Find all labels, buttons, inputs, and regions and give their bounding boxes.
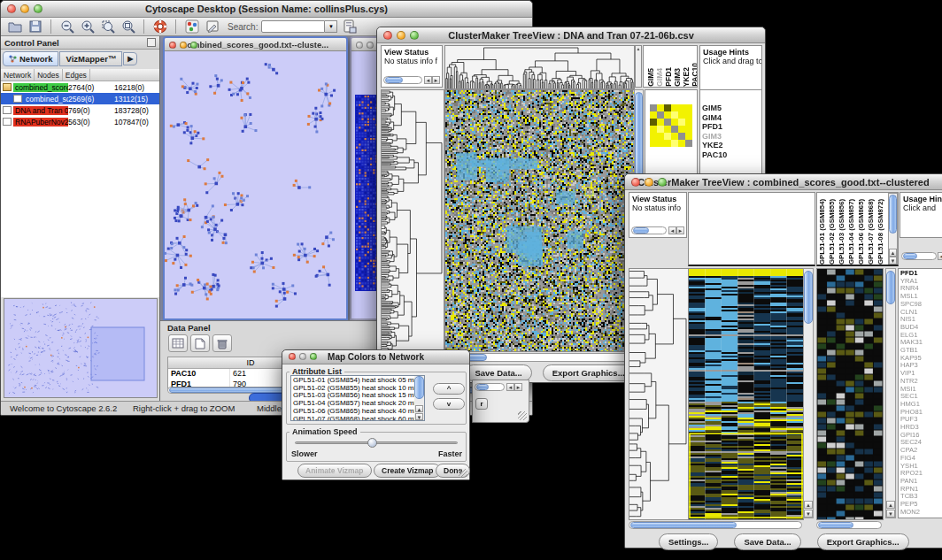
list-vscrollbar[interactable]: ▲ ▼	[414, 376, 424, 420]
scroll-right-arrow[interactable]: ►	[432, 76, 440, 84]
minimize-button[interactable]	[645, 178, 653, 187]
network-list-column-header[interactable]: Nodes	[35, 69, 63, 81]
zoom-button[interactable]	[410, 31, 419, 40]
network-row[interactable]: combined_scores 2764(0) 16218(0)	[1, 81, 159, 93]
animate-vizmap-button[interactable]: Animate Vizmap	[297, 464, 372, 478]
up-arrow-icon[interactable]: ▲	[636, 46, 641, 51]
minimize-button[interactable]	[367, 42, 374, 49]
zoom-button[interactable]	[658, 178, 667, 187]
minimize-button[interactable]	[299, 353, 306, 360]
scrollbar-thumb[interactable]	[903, 253, 917, 259]
array-column-label[interactable]: GIM4	[655, 68, 663, 87]
scroll-down-arrow[interactable]: ▼	[804, 510, 813, 518]
network-view-canvas[interactable]	[165, 51, 346, 318]
scrollbar-thumb[interactable]	[385, 77, 403, 83]
row-dendrogram-canvas[interactable]	[381, 89, 444, 352]
scroll-right-arrow[interactable]: ►	[514, 383, 522, 391]
scroll-up-arrow[interactable]: ▲	[415, 405, 423, 412]
save-icon[interactable]	[27, 19, 43, 35]
fragment-hscrollbar[interactable]	[475, 383, 505, 391]
zoom-fit-icon[interactable]	[120, 19, 136, 35]
dialog-titlebar[interactable]: Map Colors to Network	[282, 350, 469, 364]
treeview-titlebar[interactable]: ClusterMaker TreeView : DNA and Tran 07-…	[377, 27, 765, 43]
array-column-label[interactable]: GPL51-02 (GSM855)	[828, 192, 838, 265]
scroll-up-arrow[interactable]: ▲	[886, 501, 895, 509]
close-button[interactable]	[7, 4, 16, 13]
close-button[interactable]	[289, 353, 296, 360]
minimize-button[interactable]	[180, 42, 187, 49]
status-hscrollbar[interactable]	[631, 226, 667, 234]
detail-hscrollbar[interactable]	[816, 521, 882, 529]
move-down-button[interactable]: v	[433, 398, 465, 410]
status-hscrollbar[interactable]	[383, 76, 422, 84]
new-attribute-icon[interactable]	[190, 334, 210, 352]
array-column-label[interactable]: GPL51-04 (GSM857)	[847, 192, 857, 265]
gene-label[interactable]: PFD1	[702, 122, 760, 132]
array-column-label[interactable]: GPL51-03 (GSM856)	[838, 192, 847, 265]
array-column-label[interactable]: GIM5	[646, 68, 654, 87]
close-button[interactable]	[383, 31, 392, 40]
detail-heatmap-canvas[interactable]	[816, 268, 884, 520]
treeview-action-button[interactable]: Export Graphics...	[817, 533, 909, 550]
network-row[interactable]: DNA and Tran 07 769(0) 183728(0)	[1, 104, 159, 116]
array-column-label[interactable]: YKE2	[682, 67, 690, 87]
network-list-column-header[interactable]: Edges	[63, 69, 90, 81]
network-row[interactable]: RNAPuberNov2+ 563(0) 107847(0)	[1, 116, 159, 127]
frame-titlebar[interactable]: combined_scores_good.txt--cluste...	[165, 38, 346, 51]
dendrogram-hscrollbar[interactable]	[629, 521, 802, 529]
zoom-in-icon[interactable]	[79, 19, 96, 35]
scroll-up-arrow[interactable]: ▲	[804, 501, 813, 509]
tab-overflow-button[interactable]: ▶	[123, 52, 137, 65]
import-attributes-icon[interactable]	[341, 19, 358, 35]
gene-label[interactable]: MON2	[900, 509, 942, 517]
create-vizmap-button[interactable]: Create Vizmap	[374, 464, 441, 478]
close-button[interactable]	[631, 178, 640, 187]
scroll-left-arrow[interactable]: ◄	[668, 226, 676, 234]
float-panel-icon[interactable]	[147, 38, 156, 47]
detail-vscrollbar[interactable]: ▲ ▼	[885, 268, 896, 518]
close-button[interactable]	[169, 42, 176, 49]
gene-label[interactable]: GIM5	[702, 104, 760, 113]
gene-label[interactable]: YKE2	[702, 141, 760, 150]
zoom-button[interactable]	[190, 42, 197, 49]
array-column-label[interactable]: GPL51-07 (GSM868)	[867, 192, 876, 265]
speed-slider-thumb[interactable]	[367, 438, 377, 448]
fragment-button[interactable]: r	[475, 398, 488, 410]
attribute-list-item[interactable]: GPL51-07 (GSM868) heat shock 60 min	[293, 416, 422, 421]
network-overview-canvas[interactable]	[4, 298, 158, 398]
labels-vscrollbar[interactable]: ▲ ▼	[888, 193, 898, 265]
array-column-label[interactable]: GIM3	[673, 68, 681, 87]
scroll-left-arrow[interactable]: ◄	[938, 252, 942, 260]
scrollbar-thumb[interactable]	[476, 384, 489, 390]
gene-label[interactable]: GIM4	[702, 113, 760, 123]
zoom-out-icon[interactable]	[58, 19, 75, 35]
scroll-left-arrow[interactable]: ◄	[506, 383, 514, 391]
network-row[interactable]: combined_sco 2569(6) 13112(15)	[1, 93, 159, 104]
scrollbar-thumb[interactable]	[889, 195, 897, 234]
zoom-button[interactable]	[34, 4, 42, 13]
zoom-matrix-canvas[interactable]	[650, 104, 692, 147]
heatmap-canvas[interactable]	[444, 89, 635, 352]
heatmap-canvas[interactable]	[688, 268, 804, 520]
delete-attribute-icon[interactable]	[212, 334, 232, 352]
close-button[interactable]	[356, 42, 363, 49]
array-column-label[interactable]: GPL51-08 (GSM872)	[876, 192, 886, 265]
network-list-column-header[interactable]: Network	[1, 69, 35, 81]
treeview-action-button[interactable]: Export Graphics...	[543, 364, 635, 381]
gene-label[interactable]: PAC10	[702, 150, 760, 160]
treeview-action-button[interactable]: Save Data...	[734, 533, 800, 550]
scrollbar-thumb[interactable]	[804, 271, 813, 324]
zoom-selected-icon[interactable]	[99, 19, 116, 35]
annotation-icon[interactable]	[204, 19, 220, 35]
array-column-label[interactable]: GPL51-06 (GSM865)	[857, 192, 867, 265]
scrollbar-thumb[interactable]	[633, 227, 649, 234]
scroll-right-arrow[interactable]: ►	[676, 226, 684, 234]
tab-vizmapper[interactable]: VizMapper™	[59, 51, 122, 66]
scroll-down-arrow[interactable]: ▼	[889, 257, 897, 265]
select-attributes-icon[interactable]	[168, 334, 188, 352]
scrollbar-thumb[interactable]	[886, 271, 895, 304]
column-dendrogram-canvas[interactable]	[444, 45, 635, 89]
column-dendrogram-panel[interactable]	[688, 192, 815, 266]
resize-grip[interactable]	[459, 469, 467, 478]
scroll-left-arrow[interactable]: ◄	[424, 76, 432, 84]
